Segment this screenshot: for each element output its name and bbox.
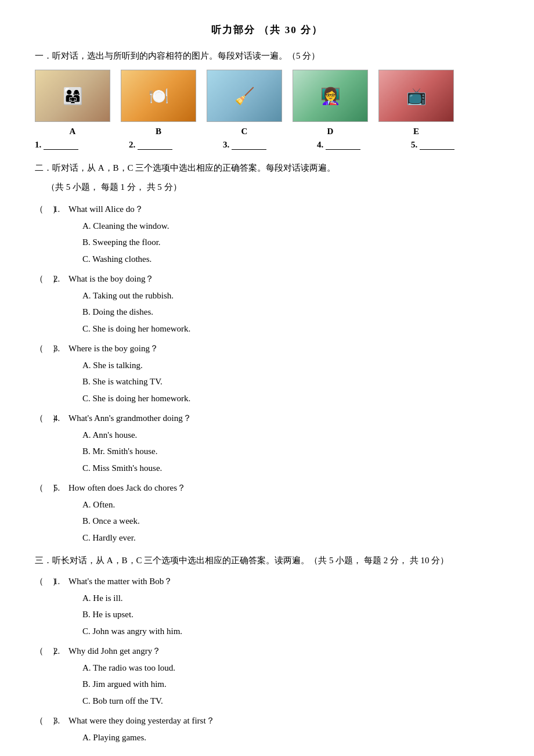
s3-q3-num: 3. xyxy=(53,712,66,729)
section1-header: 一．听对话，选出与所听到的内容相符的图片。每段对话读一遍。（5 分） xyxy=(35,48,499,64)
image-box-B: 🍽️ xyxy=(121,70,196,122)
s2-q5-options: A. Often. B. Once a week. C. Hardly ever… xyxy=(82,496,499,546)
answer-2: 2. xyxy=(129,139,217,150)
s2-q2-optA: A. Taking out the rubbish. xyxy=(82,287,499,304)
s3-q3-block: （ ） 3. What were they doing yesterday at… xyxy=(35,712,499,746)
s2-q5-optC: C. Hardly ever. xyxy=(82,530,499,546)
s3-q1-line: （ ） 1. What's the matter with Bob？ xyxy=(35,573,499,590)
s2-q2-optC: C. She is doing her homework. xyxy=(82,321,499,337)
s2-q1-num: 1. xyxy=(53,201,66,218)
answer-4-blank[interactable] xyxy=(326,139,360,150)
s2-q5-paren: （ ） xyxy=(35,480,51,496)
image-A: 👨‍👩‍👧 xyxy=(35,70,110,122)
section2-subheader: （共 5 小题， 每题 1 分， 共 5 分） xyxy=(46,179,499,195)
s2-q2-optB: B. Doing the dishes. xyxy=(82,304,499,321)
s3-q2-line: （ ） 2. Why did John get angry？ xyxy=(35,643,499,660)
s2-q4-line: （ ） 4. What's Ann's grandmother doing？ xyxy=(35,410,499,427)
s2-q2-num: 2. xyxy=(53,271,66,287)
s2-q4-optC: C. Miss Smith's house. xyxy=(82,460,499,477)
image-label-row: A B C D E xyxy=(35,127,499,136)
answer-5-num: 5. xyxy=(411,140,417,150)
s3-q1-text: What's the matter with Bob？ xyxy=(68,573,172,590)
s3-q3-optA: A. Playing games. xyxy=(82,729,499,746)
s2-q1-options: A. Cleaning the window. B. Sweeping the … xyxy=(82,218,499,268)
image-C: 🧹 xyxy=(207,70,282,122)
s3-q1-options: A. He is ill. B. He is upset. C. John wa… xyxy=(82,590,499,640)
s3-q2-options: A. The radio was too loud. B. Jim argued… xyxy=(82,660,499,710)
s2-q5-num: 5. xyxy=(53,480,66,496)
s3-q1-block: （ ） 1. What's the matter with Bob？ A. He… xyxy=(35,573,499,639)
s3-q2-block: （ ） 2. Why did John get angry？ A. The ra… xyxy=(35,643,499,709)
image-E: 📺 xyxy=(378,70,454,122)
s2-q2-options: A. Taking out the rubbish. B. Doing the … xyxy=(82,287,499,337)
s3-q3-paren: （ ） xyxy=(35,712,51,729)
label-D: D xyxy=(293,127,368,136)
s2-q4-options: A. Ann's house. B. Mr. Smith's house. C.… xyxy=(82,427,499,477)
s2-q3-num: 3. xyxy=(53,340,66,357)
s2-q5-line: （ ） 5. How often does Jack do chores？ xyxy=(35,480,499,496)
s2-q3-optB: B. She is watching TV. xyxy=(82,373,499,390)
s2-q4-optB: B. Mr. Smith's house. xyxy=(82,443,499,460)
s2-q5-optB: B. Once a week. xyxy=(82,513,499,530)
image-box-A: 👨‍👩‍👧 xyxy=(35,70,110,122)
label-A: A xyxy=(35,127,110,136)
s2-q4-num: 4. xyxy=(53,410,66,427)
s2-q1-optB: B. Sweeping the floor. xyxy=(82,234,499,251)
s2-q2-text: What is the boy doing？ xyxy=(68,271,154,287)
s2-q4-paren: （ ） xyxy=(35,410,51,427)
s3-q3-text: What were they doing yesterday at first？ xyxy=(68,712,215,729)
s3-q2-text: Why did John get angry？ xyxy=(68,643,161,660)
image-D: 👩‍🏫 xyxy=(293,70,368,122)
s2-q3-text: Where is the boy going？ xyxy=(68,340,158,357)
image-box-D: 👩‍🏫 xyxy=(293,70,368,122)
s2-q4-text: What's Ann's grandmother doing？ xyxy=(68,410,192,427)
image-row: 👨‍👩‍👧 🍽️ 🧹 👩‍🏫 📺 xyxy=(35,70,499,122)
s2-q3-options: A. She is talking. B. She is watching TV… xyxy=(82,357,499,407)
answer-2-num: 2. xyxy=(129,140,135,150)
s2-q1-block: （ ） 1. What will Alice do？ A. Cleaning t… xyxy=(35,201,499,267)
section3-header: 三．听长对话，从 A，B，C 三个选项中选出相应的正确答案。读两遍。（共 5 小… xyxy=(35,553,499,568)
answer-3-blank[interactable] xyxy=(232,139,266,150)
section2-header: 二．听对话，从 A，B，C 三个选项中选出相应的正确答案。每段对话读两遍。 xyxy=(35,160,499,176)
answer-1-blank[interactable] xyxy=(44,139,78,150)
s2-q5-text: How often does Jack do chores？ xyxy=(68,480,186,496)
answer-3: 3. xyxy=(223,139,311,150)
image-box-E: 📺 xyxy=(378,70,454,122)
s3-q1-paren: （ ） xyxy=(35,573,51,590)
s3-q3-line: （ ） 3. What were they doing yesterday at… xyxy=(35,712,499,729)
s2-q1-text: What will Alice do？ xyxy=(68,201,143,218)
answer-5-blank[interactable] xyxy=(420,139,454,150)
s3-q2-optA: A. The radio was too loud. xyxy=(82,660,499,676)
answer-3-num: 3. xyxy=(223,140,229,150)
s3-q1-optA: A. He is ill. xyxy=(82,590,499,607)
s2-q2-block: （ ） 2. What is the boy doing？ A. Taking … xyxy=(35,271,499,337)
s2-q1-line: （ ） 1. What will Alice do？ xyxy=(35,201,499,218)
s2-q3-line: （ ） 3. Where is the boy going？ xyxy=(35,340,499,357)
label-E: E xyxy=(378,127,454,136)
s2-q1-paren: （ ） xyxy=(35,201,51,218)
s2-q3-optC: C. She is doing her homework. xyxy=(82,390,499,407)
answer-row: 1. 2. 3. 4. 5. xyxy=(35,139,499,150)
s3-q1-optB: B. He is upset. xyxy=(82,606,499,623)
s3-q2-optB: B. Jim argued with him. xyxy=(82,676,499,693)
s2-q3-block: （ ） 3. Where is the boy going？ A. She is… xyxy=(35,340,499,406)
image-B: 🍽️ xyxy=(121,70,196,122)
s3-q2-optC: C. Bob turn off the TV. xyxy=(82,693,499,710)
s2-q2-line: （ ） 2. What is the boy doing？ xyxy=(35,271,499,287)
s2-q1-optA: A. Cleaning the window. xyxy=(82,218,499,235)
s2-q3-optA: A. She is talking. xyxy=(82,357,499,374)
s3-q1-optC: C. John was angry with him. xyxy=(82,623,499,640)
answer-5: 5. xyxy=(411,139,499,150)
s3-q1-num: 1. xyxy=(53,573,66,590)
label-C: C xyxy=(207,127,282,136)
s3-q2-paren: （ ） xyxy=(35,643,51,660)
s2-q5-optA: A. Often. xyxy=(82,496,499,513)
s3-q2-num: 2. xyxy=(53,643,66,660)
s3-q3-options: A. Playing games. xyxy=(82,729,499,746)
s2-q2-paren: （ ） xyxy=(35,271,51,287)
page-title: 听力部分 （共 30 分） xyxy=(35,23,499,37)
answer-2-blank[interactable] xyxy=(138,139,172,150)
s2-q5-block: （ ） 5. How often does Jack do chores？ A.… xyxy=(35,480,499,546)
s2-q4-optA: A. Ann's house. xyxy=(82,427,499,444)
s2-q4-block: （ ） 4. What's Ann's grandmother doing？ A… xyxy=(35,410,499,476)
